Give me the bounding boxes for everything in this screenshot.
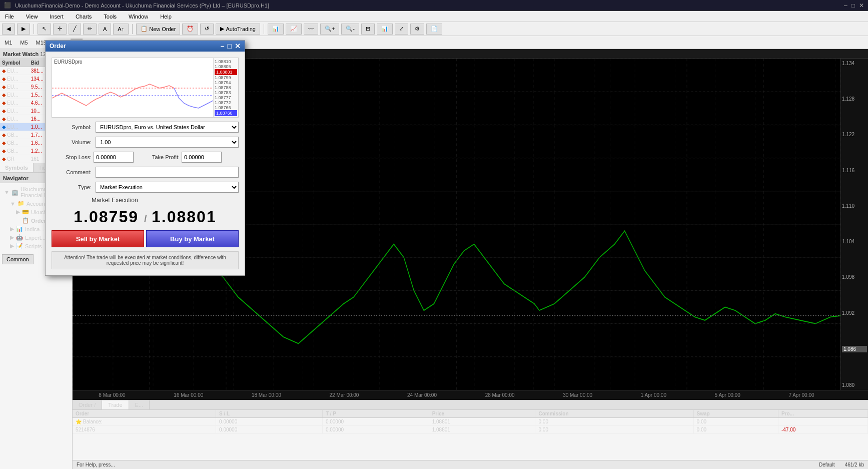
- menu-charts[interactable]: Charts: [73, 13, 95, 21]
- price-level: 1.122: [842, 132, 867, 137]
- close-btn[interactable]: ✕: [859, 2, 864, 9]
- time-label: 1 Apr 00:00: [641, 392, 666, 398]
- back-btn[interactable]: ◀: [2, 24, 15, 35]
- template-btn[interactable]: 📄: [426, 24, 442, 35]
- price-11: 1.08760: [215, 110, 237, 116]
- chart-type1-btn[interactable]: 📊: [268, 24, 284, 35]
- menu-view[interactable]: View: [23, 13, 41, 21]
- dot-icon: ◆: [2, 84, 6, 90]
- zoom-in-btn[interactable]: 🔍+: [320, 24, 339, 35]
- autotrading-btn[interactable]: ▶ AutoTrading: [216, 24, 260, 35]
- draw-btn[interactable]: ✏: [83, 24, 97, 35]
- account-icon: 💳: [22, 209, 29, 215]
- sl-cell: 0.00000: [216, 426, 323, 434]
- price-display: 1.08759 / 1.08801: [52, 208, 239, 226]
- text-btn[interactable]: A: [99, 24, 111, 35]
- line-btn[interactable]: ╱: [69, 24, 81, 35]
- takeprofit-input[interactable]: [182, 152, 222, 163]
- price-1: 1.08810: [215, 59, 237, 64]
- symbol-label: Symbol:: [52, 124, 92, 130]
- time-label: 24 Mar 00:00: [407, 392, 437, 398]
- scale-btn[interactable]: ⤢: [395, 24, 408, 35]
- volume-select[interactable]: 1.00: [96, 137, 239, 148]
- navigator-title: Navigator: [3, 175, 29, 181]
- time-scale: 8 Mar 00:00 16 Mar 00:00 18 Mar 00:00 22…: [73, 390, 868, 400]
- dialog-minimize-btn[interactable]: –: [221, 43, 225, 50]
- new-order-label: New Order: [149, 26, 176, 32]
- sl-cell: 0.00000: [216, 418, 323, 426]
- title-bar-controls: – □ ✕: [844, 2, 864, 9]
- menu-tools[interactable]: Tools: [101, 13, 120, 21]
- folder-icon: 📁: [18, 200, 25, 207]
- sep2: [132, 24, 133, 34]
- terminal-tab-order[interactable]: Order /: [73, 400, 102, 409]
- sell-button[interactable]: Sell by Market: [52, 230, 144, 247]
- comment-row: Comment:: [52, 167, 239, 178]
- crosshair-btn[interactable]: ✛: [53, 24, 67, 35]
- text2-btn[interactable]: A↑: [113, 24, 129, 35]
- title-bar: ⬛ UkuchumaFinancial-Demo - Demo Account …: [0, 0, 868, 11]
- tf-m1[interactable]: M1: [2, 39, 15, 47]
- history-btn[interactable]: ⏰: [182, 24, 198, 35]
- symbol-cell: ◆EU...: [0, 99, 29, 107]
- common-button[interactable]: Common: [2, 254, 34, 264]
- buy-button[interactable]: Buy by Market: [146, 230, 239, 247]
- tab-symbols[interactable]: Symbols: [0, 163, 34, 172]
- dialog-close-btn[interactable]: ✕: [235, 43, 241, 50]
- stoploss-label: Stop Loss:: [52, 154, 92, 160]
- time-label: 16 Mar 00:00: [174, 392, 203, 398]
- th-price: Price: [429, 410, 535, 418]
- type-label: Type:: [52, 184, 92, 190]
- th-pro: Pro...: [778, 410, 867, 418]
- stoploss-input[interactable]: [94, 152, 134, 163]
- expand-icon: ▶: [16, 209, 20, 215]
- menu-insert[interactable]: Insert: [47, 13, 67, 21]
- price-6: 1.08788: [215, 85, 237, 90]
- expand-icon: ▶: [10, 234, 14, 241]
- dot-icon: ◆: [2, 148, 6, 154]
- menu-window[interactable]: Window: [126, 13, 151, 21]
- broker-icon: 🏢: [12, 189, 19, 196]
- terminal-tab-e[interactable]: E...: [129, 400, 150, 409]
- col-symbol: Symbol: [0, 59, 29, 67]
- terminal-tab-trade[interactable]: Trade: [102, 400, 129, 409]
- cursor-btn[interactable]: ↖: [38, 24, 51, 35]
- table-row[interactable]: 5214876 0.00000 0.00000 1.08801 0.00 0.0…: [73, 426, 868, 434]
- maximize-btn[interactable]: □: [851, 2, 855, 9]
- volume-row: Volume: 1.00: [52, 137, 239, 148]
- dialog-restore-btn[interactable]: □: [228, 43, 232, 50]
- zoom-out-btn[interactable]: 🔍-: [341, 24, 359, 35]
- order-cell: 5214876: [73, 426, 216, 434]
- symbol-cell: ◆EU...: [0, 107, 29, 115]
- price-level: 1.092: [842, 310, 867, 316]
- refresh-btn[interactable]: ↺: [200, 24, 214, 35]
- type-select[interactable]: Market Execution: [96, 182, 239, 193]
- vol-btn[interactable]: 📊: [377, 24, 393, 35]
- tf-m5[interactable]: M5: [18, 39, 30, 47]
- menu-help[interactable]: Help: [157, 13, 175, 21]
- comment-input[interactable]: [96, 167, 239, 178]
- grid-btn[interactable]: ⊞: [361, 24, 375, 35]
- price-level: 1.110: [842, 203, 867, 209]
- minimize-btn[interactable]: –: [844, 2, 847, 9]
- expert-icon: 🤖: [16, 234, 23, 241]
- price-level: 1.086: [842, 346, 867, 352]
- price-scale: 1.134 1.128 1.122 1.116 1.110 1.104 1.09…: [840, 59, 868, 390]
- symbol-cell: ◆GR: [0, 155, 29, 163]
- forward-btn[interactable]: ▶: [17, 24, 30, 35]
- symbol-row: Symbol: EURUSDpro, Euro vs. United State…: [52, 122, 239, 133]
- settings-btn[interactable]: ⚙: [410, 24, 424, 35]
- chart-type3-btn[interactable]: 〰: [304, 24, 318, 35]
- symbol-select[interactable]: EURUSDpro, Euro vs. United States Dollar: [96, 122, 239, 133]
- pro-cell: -47.00: [778, 426, 867, 434]
- chart-type2-btn[interactable]: 📈: [286, 24, 302, 35]
- indicator-icon: 📊: [16, 226, 23, 232]
- default-text: Default: [819, 462, 835, 467]
- dialog-body: EURUSDpro 1.08810 1.08805 1.08801 1.0879…: [46, 52, 245, 275]
- sep3: [264, 24, 264, 34]
- dot-icon: ◆: [2, 92, 6, 98]
- menu-file[interactable]: File: [2, 13, 17, 21]
- new-order-btn[interactable]: 📋 New Order: [136, 24, 180, 35]
- warning-message: Attention! The trade will be executed at…: [52, 251, 239, 269]
- table-row[interactable]: ⭐ Balance: 0.00000 0.00000 1.08801 0.00 …: [73, 418, 868, 426]
